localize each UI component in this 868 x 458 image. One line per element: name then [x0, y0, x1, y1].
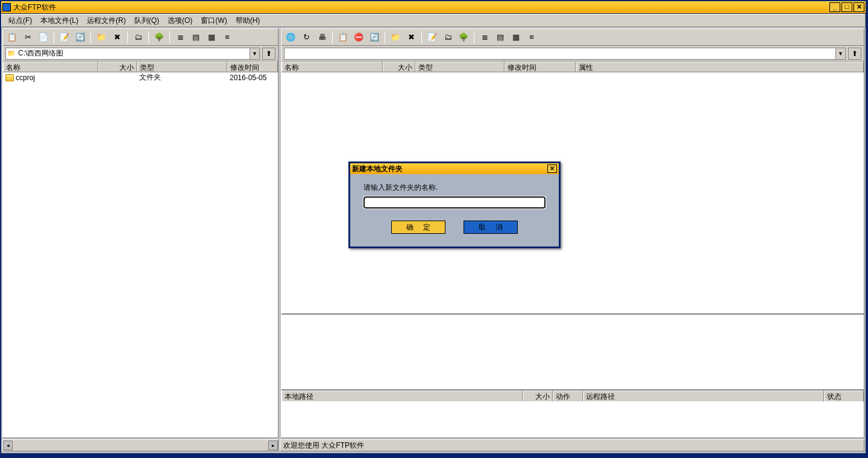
separator [90, 31, 91, 43]
maximize-button[interactable]: □ [841, 2, 852, 12]
paste-icon[interactable]: 📄 [37, 31, 50, 44]
local-path-input[interactable] [17, 48, 250, 59]
menu-help[interactable]: 帮助(H) [232, 14, 264, 27]
refresh-icon[interactable]: 🔄 [368, 31, 381, 44]
separator [421, 31, 422, 43]
tree-icon[interactable]: 🌳 [153, 31, 166, 44]
view4-icon[interactable]: ≡ [221, 31, 234, 44]
delete-icon[interactable]: ✖ [404, 31, 418, 44]
separator [169, 31, 170, 43]
col-name[interactable]: 名称 [281, 61, 383, 72]
local-address-row: 📁 ▼ ⬆ [3, 46, 278, 61]
print-icon[interactable]: 🖶 [315, 31, 329, 44]
up-button[interactable]: ⬆ [848, 48, 861, 60]
rename-icon[interactable]: 📝 [58, 31, 71, 44]
props-icon[interactable]: 🗂 [441, 31, 454, 44]
file-type-cell: 文件夹 [137, 72, 227, 83]
col-type[interactable]: 类型 [137, 61, 227, 72]
scroll-left-icon[interactable]: ◂ [3, 441, 13, 450]
menu-remote[interactable]: 远程文件(R) [83, 14, 130, 27]
dropdown-icon[interactable]: ▼ [250, 48, 259, 59]
local-scrollbar[interactable]: ◂ ▸ [2, 439, 278, 451]
view2-icon[interactable]: ▤ [189, 31, 203, 44]
rename-icon[interactable]: 📝 [426, 31, 439, 44]
menu-options[interactable]: 选项(O) [164, 14, 196, 27]
local-toolbar: 📋 ✂ 📄 📝 🔄 📁 ✖ 🗂 🌳 ≣ ▤ ▦ ≡ [3, 29, 278, 46]
file-name-cell: ccproj [3, 74, 98, 82]
col-size[interactable]: 大小 [98, 61, 137, 72]
remote-path-input[interactable] [285, 48, 835, 59]
newfolder-icon[interactable]: 📁 [389, 31, 402, 44]
col-size[interactable]: 大小 [523, 391, 553, 401]
queue-header: 本地路径 大小 动作 远程路径 状态 [281, 391, 864, 401]
col-size[interactable]: 大小 [383, 61, 415, 72]
minimize-button[interactable]: _ [829, 2, 840, 12]
col-attrs[interactable]: 属性 [576, 61, 864, 72]
local-list-header: 名称 大小 类型 修改时间 [3, 61, 278, 72]
menu-bar: 站点(F) 本地文件(L) 远程文件(R) 队列(Q) 选项(O) 窗口(W) … [1, 14, 866, 27]
separator [332, 31, 333, 43]
up-button[interactable]: ⬆ [262, 48, 275, 60]
view4-icon[interactable]: ≡ [525, 31, 538, 44]
file-name: ccproj [16, 74, 35, 82]
view1-icon[interactable]: ≣ [174, 31, 187, 44]
folder-name-input[interactable] [363, 196, 546, 209]
file-row[interactable]: ccproj 文件夹 2016-05-05 [3, 72, 278, 83]
folder-icon [5, 74, 14, 81]
local-path-combo[interactable]: 📁 ▼ [5, 48, 260, 60]
stop-icon[interactable]: ⛔ [352, 31, 365, 44]
new-folder-dialog: 新建本地文件夹 ✕ 请输入新文件夹的名称. 确 定 取 消 [348, 162, 561, 248]
local-pane: 📋 ✂ 📄 📝 🔄 📁 ✖ 🗂 🌳 ≣ ▤ ▦ ≡ [2, 28, 278, 438]
remote-log-area[interactable] [281, 313, 864, 389]
cut-icon[interactable]: ✂ [21, 31, 34, 44]
refresh-icon[interactable]: 🔄 [74, 31, 87, 44]
props-icon[interactable]: 🗂 [131, 31, 145, 44]
titlebar: 大众FTP软件 _ □ ✕ [1, 1, 866, 14]
separator [54, 31, 54, 43]
remote-address-row: ▼ ⬆ [281, 46, 864, 61]
copy-icon[interactable]: 📋 [336, 31, 350, 44]
view2-icon[interactable]: ▤ [494, 31, 507, 44]
menu-window[interactable]: 窗口(W) [197, 14, 230, 27]
menu-queue[interactable]: 队列(Q) [131, 14, 163, 27]
dialog-titlebar[interactable]: 新建本地文件夹 ✕ [350, 163, 559, 174]
copy-icon[interactable]: 📋 [5, 31, 19, 44]
cancel-button[interactable]: 取 消 [464, 221, 518, 234]
separator [148, 31, 149, 43]
col-type[interactable]: 类型 [415, 61, 505, 72]
globe-icon[interactable]: 🌐 [284, 31, 297, 44]
view1-icon[interactable]: ≣ [478, 31, 491, 44]
col-modified[interactable]: 修改时间 [227, 61, 278, 72]
col-action[interactable]: 动作 [553, 391, 583, 401]
reconnect-icon[interactable]: ↻ [300, 31, 313, 44]
dropdown-icon[interactable]: ▼ [835, 48, 845, 59]
col-localpath[interactable]: 本地路径 [281, 391, 523, 401]
delete-icon[interactable]: ✖ [110, 31, 124, 44]
dialog-close-button[interactable]: ✕ [547, 165, 557, 173]
remote-list-header: 名称 大小 类型 修改时间 属性 [281, 61, 864, 72]
local-file-list[interactable]: ccproj 文件夹 2016-05-05 [3, 72, 278, 438]
queue-list[interactable] [281, 401, 864, 438]
newfolder-icon[interactable]: 📁 [95, 31, 108, 44]
separator [474, 31, 474, 43]
close-button[interactable]: ✕ [854, 2, 864, 12]
status-bar: 欢迎您使用 大众FTP软件 [280, 439, 864, 451]
view3-icon[interactable]: ▦ [205, 31, 218, 44]
view3-icon[interactable]: ▦ [509, 31, 523, 44]
folder-icon: 📁 [6, 48, 17, 59]
menu-local[interactable]: 本地文件(L) [37, 14, 82, 27]
scroll-right-icon[interactable]: ▸ [268, 441, 278, 450]
ok-button[interactable]: 确 定 [391, 221, 445, 234]
col-modified[interactable]: 修改时间 [505, 61, 576, 72]
menu-site[interactable]: 站点(F) [5, 14, 36, 27]
file-modified-cell: 2016-05-05 [227, 74, 278, 82]
status-text: 欢迎您使用 大众FTP软件 [283, 441, 364, 451]
col-remotepath[interactable]: 远程路径 [583, 391, 824, 401]
col-name[interactable]: 名称 [3, 61, 98, 72]
queue-area: 本地路径 大小 动作 远程路径 状态 [281, 389, 864, 438]
remote-path-combo[interactable]: ▼ [284, 48, 846, 60]
col-status[interactable]: 状态 [824, 391, 864, 401]
tree-icon[interactable]: 🌳 [457, 31, 470, 44]
app-title: 大众FTP软件 [13, 2, 829, 13]
separator [127, 31, 128, 43]
